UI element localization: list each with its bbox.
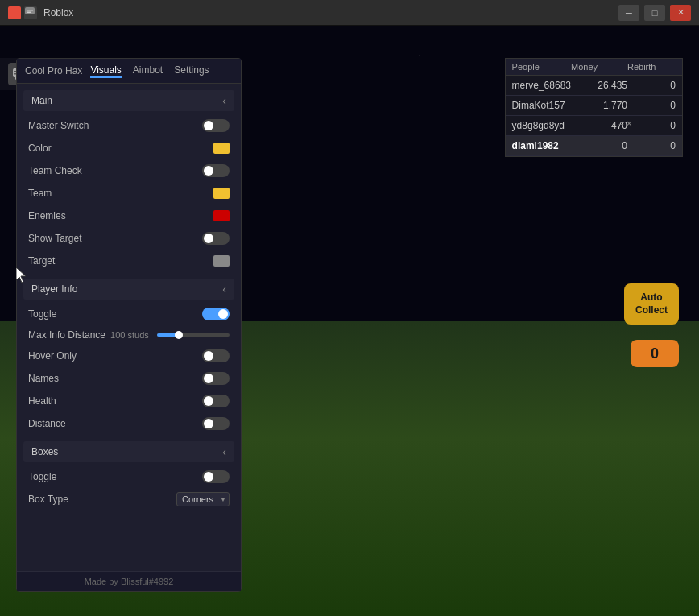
master-switch-label: Master Switch (28, 120, 89, 131)
team-label: Team (28, 188, 52, 199)
leaderboard: People Money Rebirth merve_68683 26,435 … (505, 58, 683, 157)
names-label: Names (28, 373, 59, 384)
color-label: Color (28, 143, 52, 154)
game-background: Chat '/?' or '/help' for a list of chat … (0, 26, 699, 616)
box-type-dropdown[interactable]: Corners Full Box 2D Box (176, 492, 230, 506)
panel-footer: Made by Blissful#4992 (17, 571, 241, 591)
boxes-chevron-icon: ‹ (222, 445, 226, 458)
table-row: merve_68683 26,435 0 (506, 76, 682, 96)
box-type-row: Box Type Corners Full Box 2D Box (17, 488, 241, 511)
hover-only-toggle[interactable] (202, 349, 230, 362)
boxes-toggle-row: Toggle (17, 465, 241, 488)
enemies-label: Enemies (28, 210, 66, 221)
chat-icon (24, 6, 37, 19)
table-row: yd8g8gd8yd 470 0 – ✕ (506, 116, 682, 136)
hover-only-row: Hover Only (17, 345, 241, 367)
team-check-label: Team Check (28, 165, 82, 176)
panel-tabs: Visuals Aimbot Settings (90, 64, 209, 78)
player-info-section-label: Player Info (31, 283, 77, 295)
player-name: DimaKot157 (512, 100, 571, 111)
tab-visuals[interactable]: Visuals (90, 64, 121, 78)
color-swatch[interactable] (213, 143, 230, 154)
panel-content: Main ‹ Master Switch Color Team Check Te… (17, 84, 241, 571)
box-type-label: Box Type (28, 494, 68, 505)
target-color-swatch[interactable] (213, 255, 230, 267)
orange-icon: 0 (651, 345, 659, 362)
team-row: Team (17, 182, 241, 205)
table-row: diami1982 0 0 (506, 136, 682, 156)
health-toggle[interactable] (202, 395, 230, 407)
box-type-dropdown-wrapper: Corners Full Box 2D Box (176, 492, 230, 506)
main-section-header[interactable]: Main ‹ (23, 90, 234, 111)
main-section-label: Main (31, 95, 52, 106)
color-row: Color (17, 137, 241, 159)
distance-label: Distance (28, 418, 66, 429)
orange-button[interactable]: 0 (631, 340, 679, 367)
col-money: Money (571, 62, 627, 72)
player-name: merve_68683 (512, 80, 571, 91)
show-target-label: Show Target (28, 233, 82, 244)
player-info-toggle-label: Toggle (28, 308, 56, 320)
player-info-section-header[interactable]: Player Info ‹ (23, 279, 234, 300)
team-color-swatch[interactable] (213, 188, 230, 199)
title-bar: Roblox ─ □ ✕ (0, 0, 699, 26)
enemies-color-swatch[interactable] (213, 210, 230, 221)
master-switch-toggle[interactable] (202, 119, 230, 132)
player-money: 1,770 (571, 100, 627, 111)
boxes-section-label: Boxes (31, 446, 58, 457)
health-row: Health (17, 390, 241, 412)
footer-text: Made by Blissful#4992 (85, 577, 174, 586)
player-rebirth: 0 (627, 140, 676, 151)
enemies-row: Enemies (17, 205, 241, 227)
player-info-toggle[interactable] (202, 308, 230, 320)
svg-rect-2 (27, 11, 31, 13)
col-people: People (512, 62, 571, 72)
boxes-toggle[interactable] (202, 470, 230, 483)
max-info-distance-row: Max Info Distance 100 studs (17, 325, 241, 345)
player-rebirth: 0 (627, 80, 676, 91)
close-button[interactable]: ✕ (670, 5, 691, 21)
player-name: diami1982 (512, 140, 571, 151)
boxes-section-header[interactable]: Boxes ‹ (23, 441, 234, 462)
roblox-icon (8, 6, 21, 19)
hover-only-label: Hover Only (28, 350, 77, 362)
col-rebirth: Rebirth (627, 62, 676, 72)
tab-settings[interactable]: Settings (174, 64, 209, 78)
distance-toggle[interactable] (202, 417, 230, 430)
max-info-distance-value: 100 studs (110, 330, 149, 340)
panel-title: Cool Pro Hax (25, 65, 82, 76)
player-rebirth: 0 (627, 100, 676, 111)
svg-rect-1 (27, 10, 33, 11)
show-target-toggle[interactable] (202, 232, 230, 245)
leaderboard-header: People Money Rebirth (506, 59, 682, 76)
health-label: Health (28, 395, 56, 407)
player-name: yd8g8gd8yd (512, 120, 571, 131)
boxes-toggle-label: Toggle (28, 471, 56, 482)
names-row: Names (17, 367, 241, 390)
panel-nav: Cool Pro Hax Visuals Aimbot Settings (17, 59, 241, 84)
show-target-row: Show Target (17, 227, 241, 250)
max-info-distance-label: Max Info Distance (28, 329, 105, 341)
minimize-button[interactable]: ─ (618, 5, 639, 21)
window-controls: ─ □ ✕ (618, 5, 691, 21)
tab-aimbot[interactable]: Aimbot (133, 64, 163, 78)
player-money: 0 (571, 140, 627, 151)
names-toggle[interactable] (202, 372, 230, 385)
player-info-chevron-icon: ‹ (222, 283, 226, 296)
remove-player-button[interactable]: – ✕ (619, 119, 632, 128)
player-money: 26,435 (571, 80, 627, 91)
table-row: DimaKot157 1,770 0 (506, 96, 682, 116)
target-row: Target (17, 250, 241, 272)
auto-collect-button[interactable]: AutoCollect (624, 283, 679, 325)
main-chevron-icon: ‹ (222, 94, 226, 107)
player-rebirth: 0 (627, 120, 676, 131)
window-title: Roblox (43, 7, 618, 19)
distance-row: Distance (17, 412, 241, 435)
team-check-row: Team Check (17, 159, 241, 182)
max-info-distance-slider[interactable] (157, 333, 230, 337)
hack-panel: Cool Pro Hax Visuals Aimbot Settings Mai… (16, 58, 242, 592)
maximize-button[interactable]: □ (644, 5, 665, 21)
master-switch-row: Master Switch (17, 114, 241, 137)
player-info-toggle-row: Toggle (17, 303, 241, 325)
team-check-toggle[interactable] (202, 164, 230, 177)
